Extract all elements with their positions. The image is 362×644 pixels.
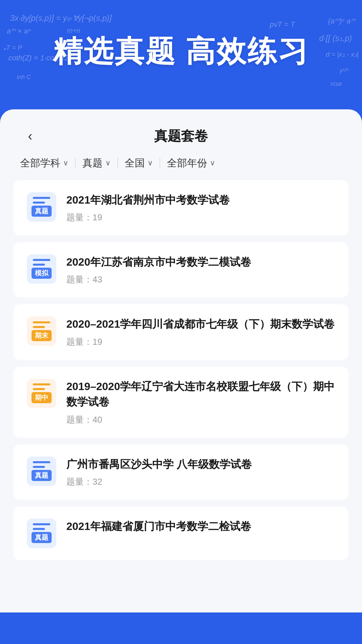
item-content-3: 2020–2021学年四川省成都市七年级（下）期末数学试卷 题量：19 xyxy=(66,316,335,347)
badge-line xyxy=(33,388,45,390)
item-title-4: 2019–2020学年辽宁省大连市名校联盟七年级（下）期中数学试卷 xyxy=(66,379,335,410)
badge-label-2: 模拟 xyxy=(32,268,52,279)
filter-type[interactable]: 真题 ∨ xyxy=(76,156,117,170)
badge-icon-6: 真题 xyxy=(27,519,56,548)
question-count-label: 题量： xyxy=(66,477,93,487)
list-item[interactable]: 模拟 2020年江苏省南京市中考数学二模试卷 题量：43 xyxy=(13,242,349,298)
item-meta-2: 题量：43 xyxy=(66,274,335,285)
badge-lines-6 xyxy=(33,523,50,530)
badge-line xyxy=(33,528,45,530)
filter-region-arrow: ∨ xyxy=(147,159,153,167)
main-card: ‹ 真题套卷 全部学科 ∨ 真题 ∨ 全国 ∨ 全部年份 ∨ xyxy=(0,109,362,612)
badge-icon-1: 真题 xyxy=(27,192,56,222)
item-title-1: 2021年湖北省荆州市中考数学试卷 xyxy=(66,192,335,208)
item-content-2: 2020年江苏省南京市中考数学二模试卷 题量：43 xyxy=(66,254,335,285)
question-count-label: 题量： xyxy=(66,274,93,284)
list-item[interactable]: 期中 2019–2020学年辽宁省大连市名校联盟七年级（下）期中数学试卷 题量：… xyxy=(13,367,349,438)
badge-line xyxy=(33,466,45,468)
filter-year-label: 全部年份 xyxy=(167,156,207,170)
item-meta-3: 题量：19 xyxy=(66,336,335,348)
question-count-value-4: 40 xyxy=(93,415,102,425)
badge-lines-3 xyxy=(33,321,50,328)
badge-lines-1 xyxy=(33,197,50,204)
list-item[interactable]: 真题 2021年福建省厦门市中考数学二检试卷 xyxy=(13,506,349,560)
question-count-label: 题量： xyxy=(66,337,93,347)
badge-line xyxy=(33,321,50,323)
question-count-value-3: 19 xyxy=(93,337,102,347)
badge-line xyxy=(33,326,45,328)
item-meta-4: 题量：40 xyxy=(66,414,335,426)
question-count-label: 题量： xyxy=(66,212,93,222)
badge-icon-2: 模拟 xyxy=(27,254,56,284)
badge-label-3: 期末 xyxy=(32,330,52,341)
badge-icon-3: 期末 xyxy=(27,316,56,346)
back-button[interactable]: ‹ xyxy=(20,126,40,146)
item-content-4: 2019–2020学年辽宁省大连市名校联盟七年级（下）期中数学试卷 题量：40 xyxy=(66,379,335,426)
badge-label-6: 真题 xyxy=(32,532,52,543)
item-title-6: 2021年福建省厦门市中考数学二检试卷 xyxy=(66,519,335,534)
question-count-label: 题量： xyxy=(66,415,93,425)
badge-line xyxy=(33,461,50,463)
badge-icon-4: 期中 xyxy=(27,379,56,408)
list-item[interactable]: 期末 2020–2021学年四川省成都市七年级（下）期末数学试卷 题量：19 xyxy=(13,304,349,360)
question-count-value-2: 43 xyxy=(93,274,102,284)
badge-line xyxy=(33,383,50,385)
item-content-6: 2021年福建省厦门市中考数学二检试卷 xyxy=(66,519,335,538)
badge-icon-5: 真题 xyxy=(27,457,56,486)
filter-subject-label: 全部学科 xyxy=(20,156,60,170)
exam-list: 真题 2021年湖北省荆州市中考数学试卷 题量：19 模拟 2020年江苏省南京… xyxy=(0,180,362,567)
question-count-value-5: 32 xyxy=(93,477,102,487)
item-title-5: 广州市番禺区沙头中学 八年级数学试卷 xyxy=(66,457,335,472)
badge-lines-5 xyxy=(33,461,50,468)
badge-label-5: 真题 xyxy=(32,470,52,481)
badge-lines-2 xyxy=(33,259,50,266)
question-count-value-1: 19 xyxy=(93,212,102,222)
item-content-5: 广州市番禺区沙头中学 八年级数学试卷 题量：32 xyxy=(66,457,335,488)
badge-line xyxy=(33,523,50,525)
list-item[interactable]: 真题 2021年湖北省荆州市中考数学试卷 题量：19 xyxy=(13,180,349,235)
card-header: ‹ 真题套卷 xyxy=(0,109,362,156)
filter-type-arrow: ∨ xyxy=(105,159,111,167)
badge-label-1: 真题 xyxy=(32,206,52,217)
page-title: 真题套卷 xyxy=(40,127,322,145)
filter-subject-arrow: ∨ xyxy=(63,159,68,167)
item-title-3: 2020–2021学年四川省成都市七年级（下）期末数学试卷 xyxy=(66,316,335,332)
item-title-2: 2020年江苏省南京市中考数学二模试卷 xyxy=(66,254,335,270)
item-content-1: 2021年湖北省荆州市中考数学试卷 题量：19 xyxy=(66,192,335,223)
filter-region-label: 全国 xyxy=(125,156,145,170)
badge-line xyxy=(33,202,45,204)
badge-label-4: 期中 xyxy=(32,392,52,403)
item-meta-5: 题量：32 xyxy=(66,476,335,488)
filter-subject[interactable]: 全部学科 ∨ xyxy=(20,156,75,170)
filter-type-label: 真题 xyxy=(82,156,103,170)
hero-title: 精选真题 高效练习 xyxy=(20,34,342,69)
back-icon: ‹ xyxy=(28,128,32,144)
list-item[interactable]: 真题 广州市番禺区沙头中学 八年级数学试卷 题量：32 xyxy=(13,444,349,500)
item-meta-1: 题量：19 xyxy=(66,212,335,223)
badge-line xyxy=(33,259,50,261)
badge-line xyxy=(33,197,50,199)
badge-line xyxy=(33,264,45,266)
filter-region[interactable]: 全国 ∨ xyxy=(118,156,160,170)
badge-lines-4 xyxy=(33,383,50,390)
filter-year-arrow: ∨ xyxy=(210,159,215,167)
filter-year[interactable]: 全部年份 ∨ xyxy=(160,156,222,170)
filter-bar: 全部学科 ∨ 真题 ∨ 全国 ∨ 全部年份 ∨ xyxy=(0,156,362,180)
